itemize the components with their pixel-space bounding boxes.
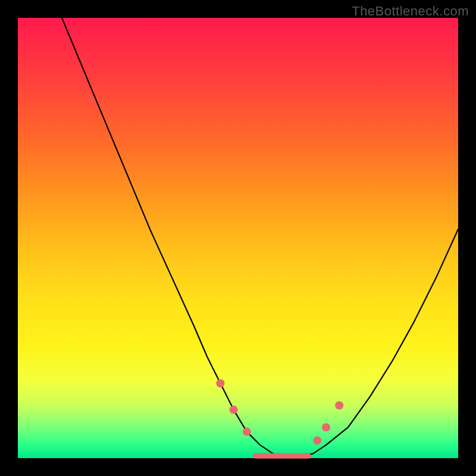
series-marker [313,436,321,444]
bottleneck-curve [62,18,458,456]
series-marker [322,423,330,431]
plot-area [18,18,458,458]
curve-group [62,18,458,456]
series-marker [230,406,238,414]
series-marker [243,428,251,436]
markers-group [216,379,343,456]
series-marker [335,401,343,409]
watermark-text: TheBottleneck.com [352,4,469,19]
series-marker [216,379,224,387]
curve-layer [18,18,458,458]
chart-frame: TheBottleneck.com [0,0,476,476]
